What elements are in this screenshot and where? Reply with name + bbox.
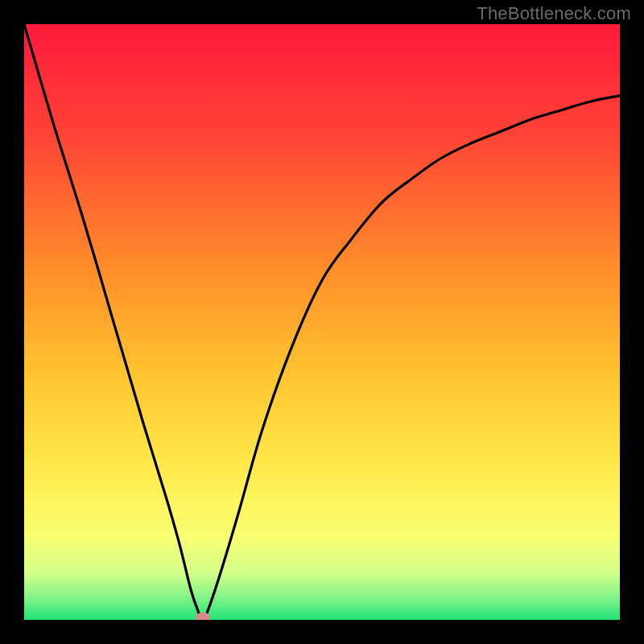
plot-area [24,24,620,620]
chart-svg [24,24,620,620]
credit-text: TheBottleneck.com [477,3,631,24]
chart-frame: TheBottleneck.com [0,0,644,644]
